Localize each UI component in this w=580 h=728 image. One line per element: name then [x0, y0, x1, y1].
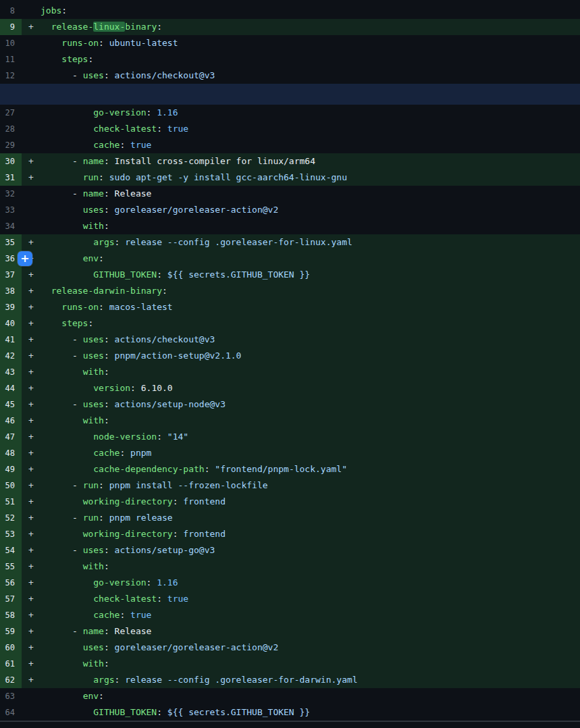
code-segment: ${{ secrets.GITHUB_TOKEN }} — [167, 707, 310, 717]
line-number[interactable]: 31 — [0, 170, 22, 186]
line-number[interactable]: 55 — [0, 558, 22, 575]
line-number[interactable]: 28 — [0, 121, 22, 137]
diff-row: 36 + env: — [0, 251, 580, 267]
line-number[interactable]: 37 — [0, 267, 22, 283]
line-number[interactable]: 60 — [0, 640, 22, 656]
line-number[interactable]: 32 — [0, 186, 22, 202]
code-line: run: sudo apt-get -y install gcc-aarch64… — [41, 170, 580, 186]
code-segment: - — [41, 70, 83, 80]
diff-row: 45 + - uses: actions/setup-node@v3 — [0, 396, 580, 413]
line-number[interactable]: 42 — [0, 348, 22, 364]
diff-row: 39 + runs-on: macos-latest — [0, 299, 580, 315]
code-segment: : — [88, 318, 93, 328]
line-number[interactable]: 58 — [0, 607, 22, 623]
code-line: - name: Release — [41, 186, 580, 202]
line-number[interactable]: 10 — [0, 35, 22, 51]
line-number[interactable]: 40 — [0, 315, 22, 332]
line-number[interactable]: 62 — [0, 672, 22, 688]
line-number[interactable]: 39 — [0, 299, 22, 315]
line-number[interactable]: 33 — [0, 202, 22, 218]
diff-row: 11 steps: — [0, 51, 580, 68]
code-line: with: — [41, 364, 580, 380]
line-number[interactable]: 38 — [0, 283, 22, 299]
line-number[interactable]: 48 — [0, 445, 22, 461]
code-segment: : — [104, 545, 115, 555]
line-number[interactable]: 41 — [0, 332, 22, 348]
line-number[interactable]: 34 — [0, 218, 22, 234]
line-number[interactable]: 43 — [0, 364, 22, 380]
line-number[interactable]: 45 — [0, 396, 22, 413]
code-segment: runs-on — [61, 302, 99, 312]
diff-marker: + — [22, 591, 41, 607]
line-number[interactable]: 51 — [0, 494, 22, 510]
diff-row: 29 cache: true — [0, 137, 580, 153]
line-number[interactable]: 57 — [0, 591, 22, 607]
line-number[interactable]: 11 — [0, 51, 22, 68]
code-line: - uses: pnpm/action-setup@v2.1.0 — [41, 348, 580, 364]
code-segment: : Install cross-compiler for linux/arm64 — [104, 156, 315, 166]
line-number[interactable]: 46 — [0, 413, 22, 429]
code-segment: : — [99, 253, 104, 263]
diff-marker — [22, 218, 41, 234]
diff-row: 40 + steps: — [0, 315, 580, 332]
diff-marker: + — [22, 332, 41, 348]
diff-marker: + — [22, 348, 41, 364]
diff-row: 56 + go-version: 1.16 — [0, 575, 580, 591]
code-segment: uses — [83, 205, 104, 215]
diff-row: 57 + check-latest: true — [0, 591, 580, 607]
code-segment: : — [99, 38, 109, 48]
code-line: jobs: — [41, 3, 580, 19]
line-number[interactable]: 47 — [0, 429, 22, 445]
code-segment: args — [93, 237, 114, 247]
line-number[interactable]: 29 — [0, 137, 22, 153]
diff-bottom-divider — [0, 721, 580, 722]
diff-marker: + — [22, 170, 41, 186]
code-segment: runs-on — [61, 38, 99, 48]
diff-row: 31 + run: sudo apt-get -y install gcc-aa… — [0, 170, 580, 186]
code-segment: go-version — [93, 107, 146, 118]
code-segment — [41, 691, 83, 701]
line-number[interactable]: 44 — [0, 380, 22, 396]
add-comment-button[interactable]: + — [18, 251, 32, 266]
line-number[interactable]: 8 — [0, 3, 22, 19]
code-line: with: — [41, 558, 580, 575]
code-segment — [41, 318, 61, 328]
code-line: uses: goreleaser/goreleaser-action@v2 — [41, 202, 580, 218]
code-line: - uses: actions/checkout@v3 — [41, 332, 580, 348]
code-segment: uses — [83, 334, 104, 344]
line-number[interactable]: 52 — [0, 510, 22, 526]
line-number[interactable]: 35 — [0, 234, 22, 251]
line-number[interactable]: 61 — [0, 656, 22, 672]
line-number[interactable]: 64 — [0, 704, 22, 721]
diff-marker: + — [22, 672, 41, 688]
code-segment — [41, 594, 93, 604]
line-number[interactable]: 50 — [0, 477, 22, 494]
code-segment: : — [99, 480, 109, 490]
diff-marker — [22, 51, 41, 68]
code-segment — [41, 707, 93, 717]
diff-row: 59 + - name: Release — [0, 623, 580, 640]
diff-row: 33 uses: goreleaser/goreleaser-action@v2 — [0, 202, 580, 218]
line-number[interactable]: 53 — [0, 526, 22, 542]
line-number[interactable]: 30 — [0, 153, 22, 170]
line-number[interactable]: 59 — [0, 623, 22, 640]
line-number[interactable]: 63 — [0, 688, 22, 704]
code-segment: : — [104, 561, 109, 571]
line-number[interactable]: 49 — [0, 461, 22, 477]
code-segment: version — [93, 383, 130, 393]
line-number[interactable]: 9 — [0, 19, 22, 35]
line-number[interactable]: 56 — [0, 575, 22, 591]
code-line: args: release --config .goreleaser-for-l… — [41, 234, 580, 251]
code-segment: - — [41, 188, 83, 199]
hunk-expander[interactable] — [0, 84, 580, 105]
line-number[interactable]: 12 — [0, 68, 22, 84]
line-number[interactable]: 54 — [0, 542, 22, 558]
code-line: cache: pnpm — [41, 445, 580, 461]
code-segment — [41, 124, 93, 134]
diff-row: 52 + - run: pnpm release — [0, 510, 580, 526]
diff-row: 42 + - uses: pnpm/action-setup@v2.1.0 — [0, 348, 580, 364]
diff-marker: + — [22, 526, 41, 542]
code-segment — [41, 221, 83, 231]
line-number[interactable]: 27 — [0, 105, 22, 121]
code-line: cache: true — [41, 137, 580, 153]
